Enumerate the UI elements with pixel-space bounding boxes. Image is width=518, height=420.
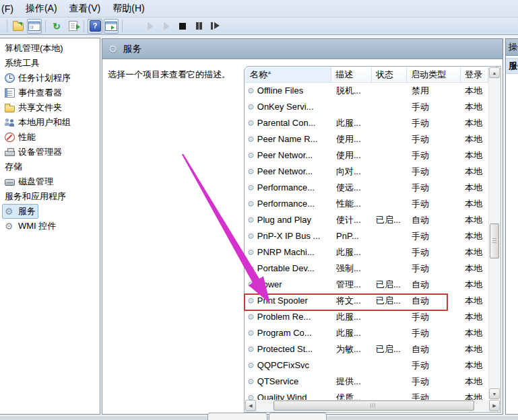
service-name: Performance... <box>257 180 315 196</box>
service-description: 性能... <box>331 196 372 212</box>
table-row[interactable]: ⚙Peer Name R...使用...手动本地 <box>245 131 488 147</box>
table-row[interactable]: ⚙Parental Con...此服...手动本地 <box>245 115 488 131</box>
tree-item[interactable]: 系统工具 <box>0 56 100 71</box>
service-name: PnP-X IP Bus ... <box>257 228 321 244</box>
menu-item[interactable]: (F) <box>0 1 20 16</box>
column-header-logon[interactable]: 登录 <box>461 67 488 83</box>
table-row[interactable]: ⚙Protected St...为敏...已启...自动本地 <box>245 341 488 357</box>
service-gear-icon: ⚙ <box>247 228 255 244</box>
tree-item[interactable]: 磁盘管理 <box>0 174 100 189</box>
horizontal-scrollbar-track[interactable] <box>256 400 489 411</box>
column-header-status[interactable]: 状态 <box>372 67 407 83</box>
tree-item[interactable]: 事件查看器 <box>0 85 100 100</box>
service-startup-type: 自动 <box>407 277 461 293</box>
start-service-button[interactable] <box>143 19 158 34</box>
scroll-down-button[interactable]: ▼ <box>489 388 500 399</box>
tree-item[interactable]: 服务 <box>0 204 100 219</box>
scroll-right-icon: ▶ <box>492 403 496 409</box>
tree-item-inner: 性能 <box>2 130 38 145</box>
service-gear-icon: ⚙ <box>247 277 255 293</box>
tree-item[interactable]: 任务计划程序 <box>0 71 100 85</box>
table-row[interactable]: ⚙Peer Networ...使用...手动本地 <box>245 147 488 164</box>
table-row[interactable]: ⚙OnKey Servi...手动本地 <box>245 99 488 115</box>
stop-service-button[interactable] <box>175 19 190 34</box>
table-row[interactable]: ⚙Offline Files脱机...禁用本地 <box>245 83 488 99</box>
scroll-right-button[interactable]: ▶ <box>489 400 500 411</box>
actions-item-services[interactable]: 服务 <box>506 58 518 74</box>
table-row[interactable]: ⚙Program Co...此服...手动本地 <box>245 325 488 341</box>
service-description: 提供... <box>331 374 372 390</box>
resume-service-button[interactable] <box>159 19 174 34</box>
tree-item[interactable]: 性能 <box>0 130 100 145</box>
tree-item-inner: WMI 控件 <box>2 219 59 234</box>
selection-description: 选择一个项目来查看它的描述。 <box>108 67 240 81</box>
menu-item[interactable]: 帮助(H) <box>106 1 150 17</box>
table-row[interactable]: ⚙Quality Wind优质...手动本地 <box>245 390 488 400</box>
service-logon-as: 本地 <box>461 325 482 341</box>
column-header-desc[interactable]: 描述 <box>331 67 372 83</box>
table-row[interactable]: ⚙Performance...使远...手动本地 <box>245 180 488 196</box>
table-row[interactable]: ⚙PNRP Machi...此服...手动本地 <box>245 244 488 260</box>
help-button[interactable]: ? <box>88 19 102 34</box>
table-row[interactable]: ⚙Plug and Play使计...已启...自动本地 <box>245 212 488 228</box>
service-startup-type: 手动 <box>407 99 461 115</box>
refresh-button[interactable]: ↻ <box>49 19 64 34</box>
horizontal-scrollbar[interactable]: ◀ ▶ <box>245 400 500 411</box>
tree-item[interactable]: 存储 <box>0 160 100 174</box>
tree-item[interactable]: 服务和应用程序 <box>0 189 100 204</box>
service-name-cell: ⚙Print Spooler <box>245 293 331 309</box>
show-console-tree-button[interactable] <box>27 19 42 34</box>
view-tab[interactable] <box>207 413 267 420</box>
service-startup-type: 手动 <box>407 357 461 374</box>
open-folder-button[interactable] <box>11 19 26 34</box>
table-row[interactable]: ⚙QQPCFixSvc手动本地 <box>245 357 488 374</box>
tree-item[interactable]: 设备管理器 <box>0 145 100 160</box>
service-list-panel: 名称▲描述状态启动类型登录 ⚙Offline Files脱机...禁用本地⚙On… <box>244 66 501 413</box>
service-name-cell: ⚙PnP-X IP Bus ... <box>245 228 331 244</box>
table-row[interactable]: ⚙QTService提供...手动本地 <box>245 374 488 390</box>
table-row[interactable]: ⚙Print Spooler将文...已启...自动本地 <box>245 293 488 309</box>
column-header-name[interactable]: 名称▲ <box>245 67 331 83</box>
service-description <box>331 357 372 374</box>
table-row[interactable]: ⚙Performance...性能...手动本地 <box>245 196 488 212</box>
service-description: 此服... <box>331 244 372 260</box>
tree-item-inner: 事件查看器 <box>2 85 65 100</box>
scroll-left-button[interactable]: ◀ <box>245 400 256 411</box>
tree-item[interactable]: WMI 控件 <box>0 219 100 234</box>
pause-service-button[interactable] <box>191 19 206 34</box>
menu-item[interactable]: 操作(A) <box>20 1 63 17</box>
column-header-startup[interactable]: 启动类型 <box>407 67 461 83</box>
show-action-pane-button[interactable] <box>104 19 119 34</box>
show-console-tree-icon <box>28 22 40 31</box>
tree-item-label: 性能 <box>18 131 36 143</box>
toolbar-separator <box>45 20 46 32</box>
table-row[interactable]: ⚙Power管理...已启...自动本地 <box>245 277 488 293</box>
service-status: 已启... <box>372 341 407 357</box>
tree-item-label: 存储 <box>5 161 22 173</box>
service-startup-type: 自动 <box>407 341 461 357</box>
service-gear-icon: ⚙ <box>247 212 255 228</box>
view-tab[interactable] <box>269 413 327 420</box>
tree-item[interactable]: 本地用户和组 <box>0 115 100 130</box>
service-startup-type: 禁用 <box>407 83 461 99</box>
tree-item[interactable]: 算机管理(本地) <box>0 41 100 56</box>
vertical-scrollbar-thumb[interactable] <box>490 223 499 258</box>
restart-service-button[interactable] <box>207 19 222 34</box>
vertical-scrollbar[interactable]: ▲ ▼ <box>488 67 500 399</box>
table-row[interactable]: ⚙PnP-X IP Bus ...PnP...手动本地 <box>245 228 488 244</box>
export-list-button[interactable] <box>65 19 80 34</box>
table-row[interactable]: ⚙Problem Re...此服...手动本地 <box>245 309 488 325</box>
service-logon-as: 本地 <box>461 374 482 390</box>
table-row[interactable]: ⚙Portable Dev...强制...手动本地 <box>245 260 488 277</box>
pane-title: 服务 <box>123 43 141 55</box>
disk-management-icon <box>5 179 15 186</box>
horizontal-scrollbar-thumb[interactable] <box>273 400 474 411</box>
scroll-up-button[interactable]: ▲ <box>489 67 500 78</box>
service-name: Peer Name R... <box>257 131 318 147</box>
table-row[interactable]: ⚙Peer Networ...向对...手动本地 <box>245 164 488 180</box>
tree-item[interactable]: 共享文件夹 <box>0 100 100 115</box>
service-startup-type: 手动 <box>407 131 461 147</box>
service-name-cell: ⚙Problem Re... <box>245 309 331 325</box>
service-name: QTService <box>257 374 298 390</box>
menu-item[interactable]: 查看(V) <box>63 1 107 17</box>
